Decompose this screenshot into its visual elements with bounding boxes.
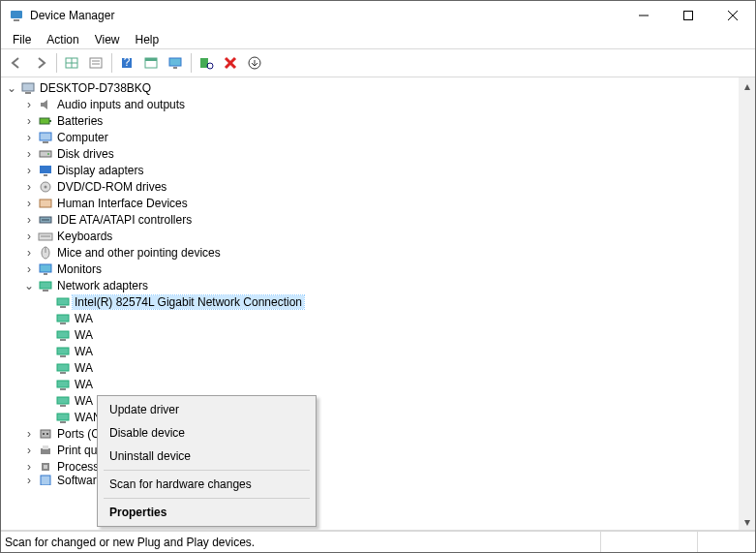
network-adapter-icon bbox=[55, 344, 71, 359]
toolbar-separator bbox=[56, 53, 57, 73]
expand-icon[interactable]: › bbox=[22, 427, 36, 441]
context-menu-item[interactable]: Update driver bbox=[100, 398, 314, 421]
enable-button[interactable] bbox=[243, 52, 266, 74]
context-menu-item[interactable]: Uninstall device bbox=[100, 445, 314, 468]
svg-rect-16 bbox=[169, 58, 181, 66]
scroll-up-icon[interactable]: ▴ bbox=[739, 77, 755, 94]
context-menu: Update driverDisable deviceUninstall dev… bbox=[97, 395, 317, 527]
context-menu-item[interactable]: Properties bbox=[100, 501, 314, 524]
app-icon bbox=[9, 8, 24, 23]
maximize-button[interactable] bbox=[666, 1, 711, 30]
soft-icon bbox=[38, 475, 53, 485]
close-button[interactable] bbox=[711, 1, 755, 30]
tree-category-label: IDE ATA/ATAPI controllers bbox=[55, 213, 194, 227]
tree-category[interactable]: ›Human Interface Devices bbox=[1, 195, 739, 211]
expand-icon[interactable]: › bbox=[22, 213, 36, 227]
svg-rect-25 bbox=[40, 118, 49, 124]
tree-device[interactable]: WA bbox=[1, 326, 739, 343]
tree-category-label: Computer bbox=[55, 131, 110, 144]
expand-icon[interactable]: › bbox=[22, 114, 36, 128]
tree-device[interactable]: WA bbox=[1, 343, 739, 359]
tree-root[interactable]: ⌄DESKTOP-D738BKQ bbox=[1, 79, 739, 96]
tree-category-label: Audio inputs and outputs bbox=[55, 98, 187, 111]
disk-icon bbox=[38, 146, 53, 162]
tree-category[interactable]: ›Audio inputs and outputs bbox=[1, 96, 739, 112]
scroll-down-icon[interactable]: ▾ bbox=[739, 513, 755, 530]
svg-rect-24 bbox=[25, 92, 31, 94]
expand-icon[interactable]: › bbox=[22, 246, 36, 260]
expand-icon[interactable]: › bbox=[22, 230, 36, 243]
expand-icon[interactable]: › bbox=[22, 131, 36, 144]
expand-icon[interactable]: ⌄ bbox=[22, 279, 36, 292]
expand-icon[interactable]: › bbox=[22, 180, 36, 194]
svg-rect-26 bbox=[49, 120, 51, 122]
svg-rect-17 bbox=[173, 67, 177, 69]
tree-device[interactable]: WA bbox=[1, 310, 739, 326]
show-hidden-button[interactable] bbox=[84, 52, 107, 74]
svg-rect-23 bbox=[22, 83, 34, 91]
tree-category[interactable]: ›DVD/CD-ROM drives bbox=[1, 178, 739, 195]
tree-category[interactable]: ›Monitors bbox=[1, 261, 739, 277]
collapse-icon[interactable]: ⌄ bbox=[5, 81, 18, 95]
tree-category[interactable]: ›Computer bbox=[1, 129, 739, 145]
tree-category-label: Batteries bbox=[55, 114, 105, 128]
properties-grid-button[interactable] bbox=[60, 52, 83, 74]
scrollbar[interactable]: ▴ ▾ bbox=[739, 77, 755, 530]
tree-category[interactable]: ›IDE ATA/ATAPI controllers bbox=[1, 211, 739, 228]
svg-point-34 bbox=[45, 185, 47, 188]
tree-category[interactable]: ›Keyboards bbox=[1, 228, 739, 244]
svg-rect-49 bbox=[60, 323, 66, 324]
tree-device[interactable]: WA bbox=[1, 376, 739, 392]
menu-file[interactable]: File bbox=[5, 31, 39, 48]
svg-rect-51 bbox=[60, 339, 66, 341]
tree-category[interactable]: ⌄Network adapters bbox=[1, 277, 739, 293]
battery-icon bbox=[38, 113, 53, 129]
expand-icon[interactable]: › bbox=[22, 262, 36, 276]
expand-icon[interactable]: › bbox=[22, 147, 36, 161]
toolbar: ? bbox=[1, 49, 755, 77]
network-adapter-icon bbox=[55, 294, 71, 310]
content-area: ⌄DESKTOP-D738BKQ›Audio inputs and output… bbox=[1, 77, 755, 531]
tree-category[interactable]: ›Disk drives bbox=[1, 145, 739, 162]
titlebar: Device Manager bbox=[1, 1, 755, 30]
svg-text:?: ? bbox=[124, 56, 131, 69]
tree-device[interactable]: WA bbox=[1, 359, 739, 376]
tree-category-label: Display adapters bbox=[55, 164, 145, 177]
svg-rect-42 bbox=[40, 264, 51, 272]
svg-rect-3 bbox=[684, 12, 693, 20]
menu-view[interactable]: View bbox=[87, 31, 128, 48]
expand-icon[interactable]: › bbox=[22, 475, 36, 485]
menu-help[interactable]: Help bbox=[128, 31, 167, 48]
uninstall-button[interactable] bbox=[219, 52, 242, 74]
tree-device[interactable]: Intel(R) 82574L Gigabit Network Connecti… bbox=[1, 293, 739, 310]
network-adapter-icon bbox=[55, 360, 71, 376]
expand-icon[interactable]: › bbox=[22, 444, 36, 457]
network-adapter-icon bbox=[55, 311, 71, 326]
tree-category[interactable]: ›Display adapters bbox=[1, 162, 739, 178]
scan-button[interactable] bbox=[195, 52, 218, 74]
help-button[interactable]: ? bbox=[115, 52, 138, 74]
svg-rect-15 bbox=[145, 58, 157, 61]
svg-rect-52 bbox=[57, 348, 69, 354]
monitor-button[interactable] bbox=[164, 52, 187, 74]
forward-button[interactable] bbox=[29, 52, 52, 74]
back-button[interactable] bbox=[5, 52, 28, 74]
minimize-button[interactable] bbox=[621, 1, 666, 30]
ide-icon bbox=[38, 212, 53, 228]
tree-category-label: DVD/CD-ROM drives bbox=[55, 180, 168, 194]
console-button[interactable] bbox=[139, 52, 163, 74]
window-title: Device Manager bbox=[30, 9, 621, 22]
expand-icon[interactable]: › bbox=[22, 164, 36, 177]
expand-icon[interactable]: › bbox=[22, 98, 36, 111]
tree-category[interactable]: ›Batteries bbox=[1, 112, 739, 129]
svg-rect-46 bbox=[57, 298, 69, 305]
svg-rect-55 bbox=[60, 372, 66, 374]
tree-category[interactable]: ›Mice and other pointing devices bbox=[1, 244, 739, 261]
expand-icon[interactable]: › bbox=[22, 460, 36, 474]
svg-rect-62 bbox=[41, 430, 50, 438]
svg-rect-48 bbox=[57, 315, 69, 322]
context-menu-item[interactable]: Scan for hardware changes bbox=[100, 473, 314, 496]
expand-icon[interactable]: › bbox=[22, 197, 36, 210]
context-menu-item[interactable]: Disable device bbox=[100, 421, 314, 445]
menu-action[interactable]: Action bbox=[39, 31, 86, 48]
